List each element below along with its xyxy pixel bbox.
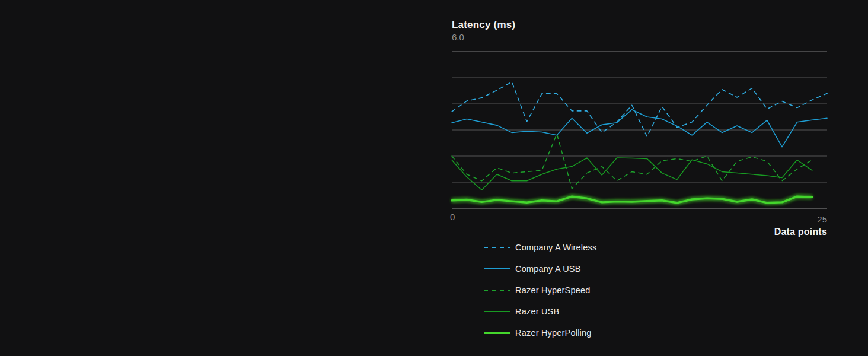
- legend-item-razer-usb: Razer USB: [483, 301, 596, 322]
- y-axis-max-label: 6.0: [452, 32, 464, 42]
- legend-item-company-a-wireless: Company A Wireless: [483, 237, 596, 258]
- x-axis-title: Data points: [709, 227, 827, 237]
- series-line-company-a-usb: [452, 110, 827, 147]
- latency-line-chart: [452, 52, 827, 208]
- series-line-razer-hyperspeed: [452, 134, 812, 189]
- legend-label: Company A USB: [515, 264, 581, 274]
- series-line-razer-usb: [452, 158, 812, 190]
- legend-item-razer-hyperpolling: Razer HyperPolling: [483, 322, 596, 344]
- legend-item-razer-hyperspeed: Razer HyperSpeed: [483, 279, 596, 301]
- x-axis-max-label: 25: [813, 214, 827, 224]
- legend-swatch-razer-usb: [483, 307, 510, 316]
- series-line-company-a-wireless: [452, 82, 827, 136]
- x-axis-min-label: 0: [450, 212, 455, 222]
- legend-label: Razer HyperPolling: [515, 328, 592, 338]
- legend-swatch-razer-hyperpolling: [483, 329, 510, 337]
- legend-label: Company A Wireless: [515, 243, 596, 252]
- chart-title: Latency (ms): [452, 19, 515, 31]
- legend-label: Razer HyperSpeed: [515, 285, 591, 295]
- legend-swatch-razer-hyperspeed: [483, 286, 510, 294]
- screen: Latency (ms) 6.0 0 25 Data points Compan…: [0, 0, 868, 356]
- legend-swatch-company-a-usb: [483, 265, 510, 273]
- chart-legend: Company A WirelessCompany A USBRazer Hyp…: [483, 237, 596, 344]
- legend-label: Razer USB: [515, 307, 559, 316]
- legend-swatch-company-a-wireless: [483, 243, 510, 252]
- legend-item-company-a-usb: Company A USB: [483, 258, 596, 279]
